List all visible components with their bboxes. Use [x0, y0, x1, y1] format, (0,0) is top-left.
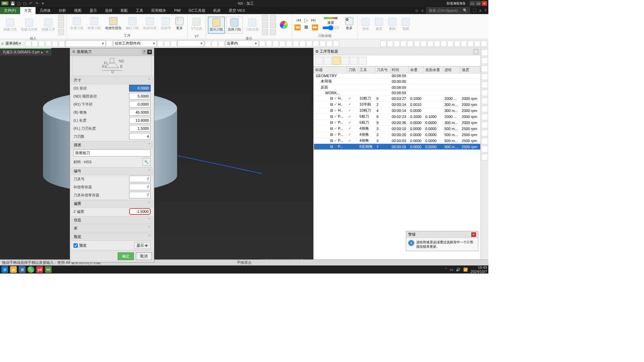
section-desc[interactable]: 描述˄ — [71, 141, 153, 149]
verify-path-button[interactable]: 确认刀轨 — [124, 16, 141, 31]
tb2-button[interactable] — [394, 41, 400, 47]
tb2-button[interactable] — [427, 41, 433, 47]
tab-pmi[interactable]: PMI — [170, 7, 185, 13]
boundary-select[interactable]: 边界内▾ — [225, 40, 259, 47]
qat-dropdown-icon[interactable]: ▾ — [41, 1, 45, 6]
vt-button[interactable] — [481, 146, 488, 153]
show-button[interactable]: 显示👁 — [134, 242, 151, 249]
vt-button[interactable] — [481, 89, 488, 96]
nav-column-header[interactable]: 工具 — [358, 67, 375, 73]
nav-row[interactable]: ⊟ ✓ P...✓5粗刀800:02:230.20000.10002000 ..… — [314, 114, 480, 120]
first-icon[interactable]: ⏪ — [294, 24, 301, 31]
nav-row[interactable]: ⊟ ✓ P...✓8反倒角700:00:090.00000.0000500 m.… — [314, 144, 480, 150]
tb2-button[interactable] — [461, 41, 467, 47]
nav-tb-button[interactable] — [315, 57, 323, 65]
tb2-button[interactable] — [474, 41, 480, 47]
redo-icon[interactable]: ↷ — [35, 1, 39, 6]
nav-row[interactable]: ⊟ ✓ P...✓4倒角300:00:100.00000.0000500 m..… — [314, 126, 480, 132]
insert-sm-button[interactable] — [58, 22, 64, 28]
nav-column-header[interactable]: 底面余量 — [424, 67, 443, 73]
tb2-button[interactable] — [59, 41, 65, 47]
tb2-button[interactable] — [481, 41, 487, 47]
nav-row[interactable]: ⊟ ✓ P...✓4倒角300:00:030.00000.0000500 m..… — [314, 138, 480, 144]
tab-analysis[interactable]: 分析 — [55, 7, 70, 14]
create-tool-button[interactable]: 创建刀具 — [2, 18, 18, 33]
nav-column-header[interactable]: 时间 — [390, 67, 409, 73]
more-button[interactable]: ⋮更多 — [173, 16, 185, 31]
tab-machine[interactable]: 机床 — [209, 7, 225, 14]
r1-input[interactable] — [129, 101, 151, 108]
vt-button[interactable] — [481, 106, 488, 112]
nav-column-header[interactable]: 余量 — [409, 67, 424, 73]
disp-sm-button[interactable] — [262, 29, 268, 35]
tb2-button[interactable] — [320, 41, 326, 47]
l-input[interactable] — [129, 117, 151, 124]
tb2-button[interactable] — [205, 41, 211, 47]
nav-row[interactable]: ⊟ ✓ H..✓10粗刀600:03:270.10002000 ...2000 … — [314, 96, 480, 102]
section-preview[interactable]: 预览˄ — [71, 233, 153, 241]
tray-icon[interactable]: 📶 — [463, 267, 468, 272]
draw-button[interactable]: 制图 — [400, 17, 412, 32]
tb2-button[interactable] — [447, 41, 453, 47]
nav-column-header[interactable]: 标题 — [314, 67, 347, 73]
desc-input[interactable]: 燕尾铣刀 — [73, 149, 151, 157]
tb2-button[interactable] — [45, 41, 51, 47]
nav-column-header[interactable]: 刀具号 — [375, 67, 390, 73]
tb2-button[interactable] — [218, 41, 224, 47]
menu-button[interactable]: 菜单(M) — [5, 41, 18, 46]
tb2-button[interactable] — [106, 41, 112, 47]
flutes-input[interactable] — [129, 133, 151, 140]
tb2-button[interactable] — [157, 41, 163, 47]
explorer-icon[interactable]: 📁 — [10, 266, 17, 273]
save-icon[interactable]: 💾 — [10, 1, 15, 6]
nx-taskbar-icon[interactable]: NX — [45, 266, 52, 273]
vt-button[interactable] — [481, 130, 488, 136]
tb2-button[interactable] — [300, 41, 306, 47]
tab-app[interactable]: 应用模块 — [147, 7, 170, 14]
tb2-button[interactable] — [259, 41, 265, 47]
tb2-button[interactable] — [306, 41, 312, 47]
close-icon[interactable]: ✕ — [147, 50, 152, 54]
vt-button[interactable] — [481, 154, 488, 161]
tab-display[interactable]: 显示 — [86, 7, 101, 14]
prev-icon[interactable]: ⏮ — [296, 17, 302, 23]
vt-button[interactable] — [481, 65, 488, 72]
gear-icon[interactable]: ⚙ — [72, 50, 75, 54]
insert-sm-button[interactable] — [58, 29, 64, 35]
zoffset-input[interactable] — [129, 208, 151, 215]
tab-assembly[interactable]: 装配 — [116, 7, 132, 14]
smiley-icon[interactable]: ☺ — [415, 8, 419, 12]
system-tray[interactable]: ˄ ▭ 🔊 📶 18:49 2024/10/7 — [445, 265, 487, 274]
tb2-button[interactable] — [434, 41, 440, 47]
tb2-button[interactable] — [387, 41, 393, 47]
tb2-button[interactable] — [333, 41, 339, 47]
nav-tb-button[interactable] — [324, 57, 332, 65]
restore-button[interactable]: ▭ — [476, 1, 481, 6]
close-tab-icon[interactable]: ✕ — [46, 50, 49, 54]
nav-row[interactable]: 未用项00:00:00 — [314, 78, 480, 84]
yd-icon[interactable]: yd — [36, 266, 43, 273]
tb2-button[interactable] — [171, 41, 177, 47]
tray-icon[interactable]: ▭ — [450, 267, 453, 272]
tb2-select[interactable] — [177, 40, 204, 47]
fullscreen-icon[interactable]: ⛶ — [473, 8, 476, 12]
nd-input[interactable] — [129, 93, 151, 100]
validity-report-button[interactable]: 有效性报告 — [104, 16, 123, 31]
machine-sim-button[interactable]: 机床仿真 — [142, 16, 158, 31]
minimize-button[interactable]: — — [470, 1, 475, 6]
tb2-button[interactable] — [266, 41, 272, 47]
speed-slider[interactable] — [322, 25, 339, 31]
nav-row[interactable]: WORK...00:08:59 — [314, 90, 480, 96]
tb2-button[interactable] — [286, 41, 292, 47]
vt-button[interactable] — [481, 122, 488, 128]
tb2-button[interactable] — [380, 41, 386, 47]
tb2-button[interactable] — [52, 41, 58, 47]
toolnum-input[interactable] — [129, 176, 151, 182]
disp-sm-button[interactable] — [270, 15, 276, 21]
gen-path-button[interactable]: 生成刀轨 — [69, 16, 85, 31]
calc-icon[interactable]: ⊞ — [19, 266, 25, 273]
tab-star[interactable]: 星空 V8.0 — [225, 7, 249, 14]
help-icon[interactable]: ? — [142, 50, 147, 54]
nav-row[interactable]: ⊟ ✓ P...✓5精刀900:00:360.00000.0000300 m..… — [314, 120, 480, 126]
disp-sm-button[interactable] — [270, 22, 276, 28]
